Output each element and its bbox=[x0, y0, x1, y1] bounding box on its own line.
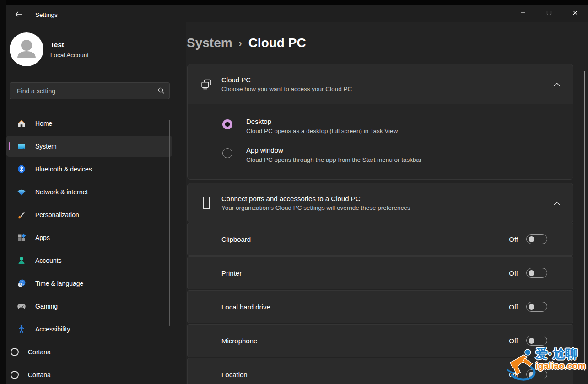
toggle-knob bbox=[529, 236, 534, 242]
toggle-row-location: Location Off bbox=[187, 358, 573, 384]
sidebar-item-label: Home bbox=[35, 120, 52, 127]
toggle-state-label: Off bbox=[509, 371, 518, 379]
sidebar-item-accessibility[interactable]: Accessibility bbox=[6, 319, 172, 340]
chevron-up-icon[interactable] bbox=[551, 196, 563, 210]
avatar[interactable] bbox=[10, 32, 43, 66]
sidebar-item-label: Cortana bbox=[28, 371, 51, 379]
sidebar-item-label: Accessibility bbox=[35, 325, 70, 333]
sidebar-item-label: Network & internet bbox=[35, 188, 88, 196]
toggle-row-microphone: Microphone Off bbox=[187, 324, 573, 357]
sidebar-item-system[interactable]: System bbox=[6, 136, 172, 157]
maximize-icon bbox=[546, 10, 552, 17]
sidebar-item-cortana[interactable]: Cortana bbox=[6, 341, 172, 363]
screen-edge-left bbox=[0, 0, 6, 384]
main-content: System › Cloud PC Cloud PC Choose how yo… bbox=[186, 22, 588, 384]
breadcrumb-system[interactable]: System bbox=[187, 36, 232, 50]
radio-option-desktop[interactable]: Desktop Cloud PC opens as a desktop (ful… bbox=[188, 112, 573, 140]
back-button[interactable] bbox=[11, 8, 27, 21]
close-button[interactable] bbox=[562, 5, 588, 22]
screen-edge-top bbox=[0, 0, 588, 5]
window-title: Settings bbox=[35, 11, 58, 18]
sidebar-item-label: Time & language bbox=[35, 280, 83, 287]
sidebar-item-personalization[interactable]: Personalization bbox=[6, 204, 172, 225]
toggle-state-label: Off bbox=[509, 235, 518, 243]
connect-ports-card: Connect ports and accessories to a Cloud… bbox=[187, 183, 573, 223]
cloud-pc-card-text: Cloud PC Choose how you want to access y… bbox=[221, 76, 551, 92]
cloud-pc-card-body: Desktop Cloud PC opens as a desktop (ful… bbox=[188, 104, 573, 179]
main-scrollbar[interactable] bbox=[584, 71, 585, 371]
gaming-icon bbox=[17, 302, 26, 311]
bluetooth-icon bbox=[17, 165, 26, 174]
sidebar-nav: Home System Bluetooth & devices Network … bbox=[6, 113, 172, 384]
sidebar-item-accounts[interactable]: Accounts bbox=[6, 250, 172, 271]
sidebar-scrollbar[interactable] bbox=[169, 120, 170, 326]
radio-selected[interactable] bbox=[222, 119, 232, 129]
radio-option-label: Desktop bbox=[246, 117, 398, 125]
home-icon bbox=[17, 119, 26, 128]
minimize-icon bbox=[520, 10, 526, 17]
connect-ports-card-subtitle: Your organization's Cloud PC settings wi… bbox=[221, 204, 551, 211]
cloud-pc-card-header[interactable]: Cloud PC Choose how you want to access y… bbox=[188, 64, 573, 104]
toggle-knob bbox=[529, 304, 534, 310]
toggle-state-label: Off bbox=[509, 337, 518, 345]
sidebar-item-apps[interactable]: Apps bbox=[6, 227, 172, 248]
sidebar-item-bluetooth-devices[interactable]: Bluetooth & devices bbox=[6, 159, 172, 180]
toggle-row-label: Local hard drive bbox=[221, 303, 509, 311]
user-account-type: Local Account bbox=[50, 52, 89, 59]
toggle-row-label: Location bbox=[221, 371, 509, 379]
printer-toggle[interactable] bbox=[526, 268, 547, 278]
cloud-pc-icon bbox=[200, 79, 212, 90]
connect-ports-card-title: Connect ports and accessories to a Cloud… bbox=[221, 195, 551, 203]
window-controls bbox=[510, 5, 588, 22]
ports-accessories-icon bbox=[200, 197, 212, 209]
close-icon bbox=[572, 10, 578, 17]
toggle-row-label: Clipboard bbox=[221, 235, 509, 243]
clipboard-toggle[interactable] bbox=[526, 234, 547, 244]
system-icon bbox=[17, 142, 26, 151]
accessibility-icon bbox=[17, 325, 26, 334]
maximize-button[interactable] bbox=[536, 5, 562, 22]
radio-option-description: Cloud PC opens through the app from the … bbox=[246, 156, 421, 163]
selection-pill bbox=[9, 142, 10, 150]
local-hard-drive-toggle[interactable] bbox=[526, 302, 547, 312]
sidebar-item-time-language[interactable]: Time & language bbox=[6, 273, 172, 294]
sidebar-item-home[interactable]: Home bbox=[6, 113, 172, 134]
minimize-button[interactable] bbox=[510, 5, 536, 22]
sidebar-item-gaming[interactable]: Gaming bbox=[6, 296, 172, 317]
radio-option-app-window[interactable]: App window Cloud PC opens through the ap… bbox=[188, 140, 573, 169]
toggle-state-label: Off bbox=[509, 303, 518, 311]
radio-option-text: App window Cloud PC opens through the ap… bbox=[246, 146, 421, 163]
toggle-row-printer: Printer Off bbox=[187, 256, 573, 289]
page-title: Cloud PC bbox=[248, 36, 306, 50]
breadcrumb: System › Cloud PC bbox=[187, 36, 306, 50]
toggle-knob bbox=[529, 270, 534, 276]
radio-option-description: Cloud PC opens as a desktop (full screen… bbox=[246, 128, 398, 134]
user-silhouette-icon bbox=[10, 60, 43, 66]
accounts-icon bbox=[17, 256, 26, 265]
cloud-pc-card-subtitle: Choose how you want to access your Cloud… bbox=[221, 85, 551, 92]
search-input[interactable] bbox=[10, 82, 170, 99]
toggle-rows: Clipboard Off Printer Off Local hard dri… bbox=[187, 223, 573, 384]
chevron-up-icon[interactable] bbox=[551, 77, 563, 91]
network-icon bbox=[17, 187, 26, 197]
toggle-knob bbox=[529, 338, 534, 344]
sidebar-item-label: Personalization bbox=[35, 211, 79, 219]
sidebar-item-network-internet[interactable]: Network & internet bbox=[6, 181, 172, 203]
personalization-icon bbox=[17, 210, 26, 219]
breadcrumb-separator-icon: › bbox=[239, 37, 242, 48]
cloud-pc-card: Cloud PC Choose how you want to access y… bbox=[187, 64, 573, 180]
toggle-knob bbox=[529, 372, 534, 378]
connect-ports-card-header[interactable]: Connect ports and accessories to a Cloud… bbox=[188, 183, 573, 223]
back-arrow-icon bbox=[15, 11, 22, 18]
radio-unselected[interactable] bbox=[222, 148, 232, 158]
sidebar-item-label: Apps bbox=[35, 234, 50, 241]
sidebar-item-label: Gaming bbox=[35, 303, 58, 310]
location-toggle[interactable] bbox=[526, 369, 547, 379]
toggle-row-label: Printer bbox=[221, 269, 509, 277]
search-box bbox=[10, 82, 170, 99]
toggle-row-clipboard: Clipboard Off bbox=[187, 223, 573, 256]
cortana-icon bbox=[10, 347, 19, 357]
sidebar-item-label: Bluetooth & devices bbox=[35, 165, 92, 173]
sidebar-item-cortana-2[interactable]: Cortana bbox=[6, 364, 172, 384]
microphone-toggle[interactable] bbox=[526, 336, 547, 346]
